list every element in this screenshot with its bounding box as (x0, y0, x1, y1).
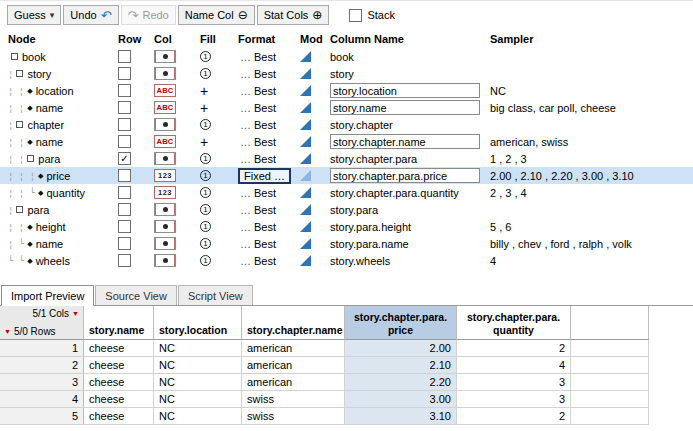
continuous-modeling-icon[interactable] (300, 238, 311, 249)
format-cell[interactable]: …Best (238, 201, 298, 218)
fill-expand-icon[interactable]: + (200, 84, 208, 98)
fill-once-icon[interactable]: 1 (200, 221, 211, 232)
fill-once-icon[interactable]: 1 (200, 51, 211, 62)
character-column-icon[interactable]: ABC (154, 101, 176, 114)
row-checkbox[interactable] (118, 135, 131, 148)
row-checkbox[interactable] (118, 237, 131, 250)
tab-source-view[interactable]: Source View (95, 285, 177, 305)
format-menu-icon[interactable]: … (240, 51, 251, 63)
tree-row-para2[interactable]: ¦para 1 …Best story.para (0, 201, 693, 218)
element-column-icon[interactable] (154, 50, 176, 63)
format-menu-icon[interactable]: … (240, 204, 251, 216)
fill-once-icon[interactable]: 1 (200, 255, 211, 266)
fill-once-icon[interactable]: 1 (200, 153, 211, 164)
continuous-modeling-icon[interactable] (300, 204, 311, 215)
continuous-modeling-icon[interactable] (300, 221, 311, 232)
numeric-column-icon[interactable]: 123 (154, 186, 176, 199)
element-column-icon[interactable] (154, 203, 176, 216)
fill-expand-icon[interactable]: + (200, 101, 208, 115)
element-column-icon[interactable] (154, 237, 176, 250)
name-col-button[interactable]: Name Col ⊖ (178, 5, 255, 25)
stat-cols-button[interactable]: Stat Cols ⊕ (257, 5, 330, 25)
redo-button[interactable]: ↷ Redo (121, 5, 176, 25)
column-header-story-location[interactable]: story.location (154, 306, 242, 340)
fill-once-icon[interactable]: 1 (200, 170, 211, 181)
tree-row-wheels[interactable]: └ └◆wheels 1 …Best story.wheels 4 (0, 252, 693, 269)
tree-row-price-selected[interactable]: ¦ ¦ ¦◆price 123 1 Fixed … 2.00 , 2.10 , … (0, 167, 693, 184)
element-column-icon[interactable] (154, 220, 176, 233)
row-checkbox[interactable] (118, 118, 131, 131)
format-cell[interactable]: …Best (238, 150, 298, 167)
format-menu-icon[interactable]: … (240, 102, 251, 114)
row-checkbox[interactable] (118, 220, 131, 233)
continuous-modeling-icon[interactable] (300, 153, 311, 164)
stack-checkbox[interactable] (349, 9, 362, 22)
columns-menu-icon[interactable]: ▼ (72, 310, 79, 317)
tree-row-story[interactable]: ¦story 1 …Best story (0, 65, 693, 82)
continuous-modeling-icon[interactable] (300, 255, 311, 266)
continuous-modeling-icon[interactable] (300, 51, 311, 62)
row-checkbox-checked[interactable]: ✓ (118, 152, 131, 165)
tree-row-name[interactable]: ¦ ¦◆name ABC + …Best big class, car poll… (0, 99, 693, 116)
format-menu-icon[interactable]: … (240, 153, 251, 165)
format-menu-icon[interactable]: … (240, 119, 251, 131)
column-name-input[interactable] (330, 168, 480, 183)
row-checkbox[interactable] (118, 203, 131, 216)
tree-row-quantity[interactable]: ¦ ¦ └◆quantity 123 1 …Best story.chapter… (0, 184, 693, 201)
format-cell[interactable]: Fixed … (238, 167, 298, 184)
format-cell[interactable]: …Best (238, 184, 298, 201)
tree-row-para[interactable]: ¦ ¦para ✓ 1 …Best story.chapter.para 1 ,… (0, 150, 693, 167)
tree-row-para-name[interactable]: ¦ └◆name 1 …Best story.para.name billy ,… (0, 235, 693, 252)
element-column-icon[interactable] (154, 67, 176, 80)
fill-once-icon[interactable]: 1 (200, 187, 211, 198)
row-checkbox[interactable] (118, 84, 131, 97)
column-header-quantity[interactable]: story.chapter.para.quantity (457, 306, 571, 340)
column-header-chapter-name[interactable]: story.chapter.name (242, 306, 345, 340)
format-menu-icon[interactable]: … (240, 85, 251, 97)
continuous-modeling-icon[interactable] (300, 85, 311, 96)
tree-row-height[interactable]: ¦ ¦◆height 1 …Best story.para.height 5 ,… (0, 218, 693, 235)
fill-once-icon[interactable]: 1 (200, 119, 211, 130)
row-checkbox[interactable] (118, 186, 131, 199)
format-cell[interactable]: …Best (238, 99, 298, 116)
undo-button[interactable]: Undo ↶ (63, 5, 118, 25)
column-header-story-name[interactable]: story.name (84, 306, 154, 340)
guess-button[interactable]: Guess ▾ (7, 5, 61, 25)
tree-row-location[interactable]: ¦ ¦◆location ABC + …Best NC (0, 82, 693, 99)
element-column-icon[interactable] (154, 118, 176, 131)
row-checkbox[interactable] (118, 50, 131, 63)
format-menu-icon[interactable]: … (240, 187, 251, 199)
row-checkbox[interactable] (118, 101, 131, 114)
fill-once-icon[interactable]: 1 (200, 204, 211, 215)
character-column-icon[interactable]: ABC (154, 135, 176, 148)
row-checkbox[interactable] (118, 169, 131, 182)
format-menu-icon[interactable]: … (240, 221, 251, 233)
format-menu-icon[interactable]: … (240, 238, 251, 250)
format-cell[interactable]: …Best (238, 116, 298, 133)
column-header-price-selected[interactable]: story.chapter.para.price (345, 306, 457, 340)
format-cell[interactable]: …Best (238, 82, 298, 99)
rows-menu-icon[interactable]: ▼ (4, 328, 11, 335)
format-value-box[interactable]: Fixed … (238, 168, 291, 184)
tree-row-book[interactable]: book 1 …Best book (0, 48, 693, 65)
numeric-column-icon[interactable]: 123 (154, 169, 176, 182)
format-cell[interactable]: …Best (238, 133, 298, 150)
element-column-icon[interactable] (154, 254, 176, 267)
format-cell[interactable]: …Best (238, 65, 298, 82)
column-name-input[interactable] (330, 83, 480, 98)
continuous-modeling-icon[interactable] (300, 68, 311, 79)
row-checkbox[interactable] (118, 254, 131, 267)
continuous-modeling-icon[interactable] (300, 187, 311, 198)
continuous-modeling-icon[interactable] (300, 102, 311, 113)
format-cell[interactable]: …Best (238, 252, 298, 269)
format-cell[interactable]: …Best (238, 48, 298, 65)
element-column-icon[interactable] (154, 152, 176, 165)
tree-row-chapter-name[interactable]: ¦ ¦◆name ABC + …Best american, swiss (0, 133, 693, 150)
fill-expand-icon[interactable]: + (200, 135, 208, 149)
format-menu-icon[interactable]: … (240, 255, 251, 267)
continuous-modeling-icon[interactable] (300, 170, 311, 181)
continuous-modeling-icon[interactable] (300, 119, 311, 130)
tab-script-view[interactable]: Script View (178, 285, 253, 305)
row-checkbox[interactable] (118, 67, 131, 80)
column-name-input[interactable] (330, 134, 480, 149)
